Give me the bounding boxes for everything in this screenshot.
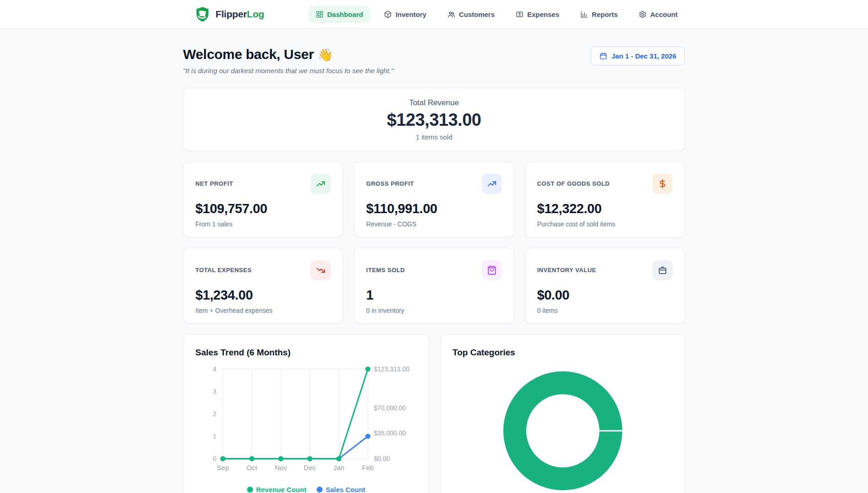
legend-dot-sales: [317, 487, 323, 493]
stat-value: $1,234.00: [195, 288, 331, 303]
calendar-icon: [599, 52, 607, 60]
nav-item-inventory[interactable]: Inventory: [377, 6, 434, 23]
nav-item-dashboard[interactable]: Dashboard: [308, 6, 370, 23]
trending-up-icon: [482, 174, 502, 194]
stat-card-inventory-value: INVENTORY VALUE $0.00 0 items: [525, 248, 685, 324]
motivational-quote: "It is during our darkest moments that w…: [183, 67, 394, 75]
legend-label: Sales Count: [326, 486, 366, 493]
svg-text:2: 2: [213, 410, 216, 418]
stat-label: NET PROFIT: [195, 180, 233, 187]
page-title: Welcome back, User 👋: [183, 47, 394, 62]
donut-slice-divider: [598, 430, 623, 432]
nav-label: Expenses: [527, 11, 559, 18]
stat-value: $110,991.00: [366, 201, 501, 216]
svg-text:3: 3: [213, 388, 216, 395]
brand-logo[interactable]: FlipperLog: [194, 5, 264, 23]
stat-card-cogs: COST OF GOODS SOLD $12,322.00 Purchase c…: [525, 161, 685, 237]
grid-icon: [316, 11, 323, 18]
categories-donut-chart: [503, 371, 622, 490]
nav-label: Reports: [592, 11, 618, 18]
stats-grid: NET PROFIT $109,757.00 From 1 sales GROS…: [183, 161, 685, 324]
donut-hole: [526, 394, 599, 467]
trending-down-icon: [311, 260, 331, 280]
stat-label: TOTAL EXPENSES: [195, 267, 252, 273]
stat-subtext: 0 items: [537, 307, 673, 314]
nav-label: Customers: [459, 11, 495, 18]
svg-text:Jan: Jan: [334, 464, 345, 472]
sales-trend-title: Sales Trend (6 Months): [195, 348, 417, 358]
top-categories-title: Top Categories: [453, 348, 673, 358]
nav-item-customers[interactable]: Customers: [440, 6, 502, 23]
stat-subtext: Revenue - COGS: [366, 220, 501, 228]
nav-label: Inventory: [395, 11, 426, 18]
nav-item-account[interactable]: Account: [631, 6, 685, 23]
svg-text:1: 1: [213, 433, 216, 440]
dollar-icon: [652, 174, 673, 194]
stat-card-items-sold: ITEMS SOLD 1 0 in inventory: [354, 248, 514, 324]
stat-card-total-expenses: TOTAL EXPENSES $1,234.00 Item + Overhead…: [183, 248, 343, 324]
stat-subtext: Item + Overhead expenses: [195, 307, 331, 314]
svg-text:Sep: Sep: [217, 464, 229, 472]
stat-value: $12,322.00: [537, 201, 673, 216]
stat-label: GROSS PROFIT: [366, 180, 414, 187]
stat-value: $0.00: [537, 288, 673, 303]
svg-text:$123,313.00: $123,313.00: [374, 365, 410, 373]
svg-text:Oct: Oct: [247, 464, 258, 472]
svg-text:$: $: [518, 12, 521, 16]
wave-emoji: 👋: [318, 48, 333, 62]
bottom-section: Sales Trend (6 Months) 01234SepOctNovDec…: [183, 334, 685, 493]
date-range-label: Jan 1 - Dec 31, 2026: [611, 52, 676, 60]
nav-item-reports[interactable]: Reports: [573, 6, 625, 23]
svg-text:$35,000.00: $35,000.00: [374, 429, 406, 437]
shield-cards-icon: [194, 5, 211, 23]
stat-value: $109,757.00: [195, 201, 331, 216]
sales-trend-card: Sales Trend (6 Months) 01234SepOctNovDec…: [183, 334, 429, 493]
page-header: Welcome back, User 👋 "It is during our d…: [183, 47, 685, 75]
svg-text:4: 4: [213, 365, 216, 373]
svg-text:0: 0: [213, 455, 216, 462]
package-icon: [384, 11, 392, 18]
top-navbar: FlipperLog Dashboard Inventory Customers…: [0, 0, 868, 29]
revenue-subtext: 1 items sold: [415, 133, 452, 141]
box-icon: [652, 260, 673, 280]
legend-label: Revenue Count: [256, 486, 307, 493]
total-revenue-card: Total Revenue $123,313.00 1 items sold: [183, 88, 685, 151]
brand-name: FlipperLog: [216, 9, 264, 20]
stat-subtext: 0 in inventory: [366, 307, 501, 314]
users-icon: [447, 11, 455, 18]
sales-trend-chart: 01234SepOctNovDecJanFeb$0.00$35,000.00$7…: [195, 363, 417, 479]
stat-label: ITEMS SOLD: [366, 267, 405, 273]
nav-label: Dashboard: [327, 11, 363, 18]
shopping-bag-icon: [482, 260, 502, 280]
svg-text:$70,000.00: $70,000.00: [374, 404, 406, 412]
nav-item-expenses[interactable]: $ Expenses: [508, 6, 566, 23]
legend-sales[interactable]: Sales Count: [317, 486, 366, 493]
top-categories-card: Top Categories: [440, 334, 685, 493]
svg-text:$0.00: $0.00: [374, 455, 390, 462]
stat-value: 1: [366, 288, 501, 303]
stat-card-net-profit: NET PROFIT $109,757.00 From 1 sales: [183, 161, 343, 237]
svg-text:Feb: Feb: [362, 464, 374, 472]
nav-label: Account: [650, 11, 678, 18]
trending-up-icon: [311, 174, 331, 194]
banknote-icon: $: [516, 11, 523, 18]
stat-label: COST OF GOODS SOLD: [537, 180, 610, 187]
stat-subtext: From 1 sales: [195, 220, 331, 228]
chart-legend: Revenue Count Sales Count: [195, 486, 417, 493]
legend-revenue[interactable]: Revenue Count: [247, 486, 307, 493]
gear-icon: [639, 11, 647, 18]
revenue-value: $123,313.00: [387, 110, 481, 130]
svg-text:Dec: Dec: [304, 464, 316, 472]
stat-subtext: Purchase cost of sold items: [537, 220, 673, 228]
revenue-label: Total Revenue: [409, 98, 459, 107]
bar-chart-icon: [580, 11, 588, 18]
nav-menu: Dashboard Inventory Customers $ Expenses…: [308, 6, 685, 23]
svg-text:Nov: Nov: [275, 464, 287, 472]
legend-dot-revenue: [247, 487, 253, 493]
stat-card-gross-profit: GROSS PROFIT $110,991.00 Revenue - COGS: [354, 161, 514, 237]
stat-label: INVENTORY VALUE: [537, 267, 596, 273]
main-content: Welcome back, User 👋 "It is during our d…: [183, 29, 685, 493]
line-chart: 01234SepOctNovDecJanFeb$0.00$35,000.00$7…: [195, 363, 418, 477]
date-range-button[interactable]: Jan 1 - Dec 31, 2026: [591, 47, 685, 65]
